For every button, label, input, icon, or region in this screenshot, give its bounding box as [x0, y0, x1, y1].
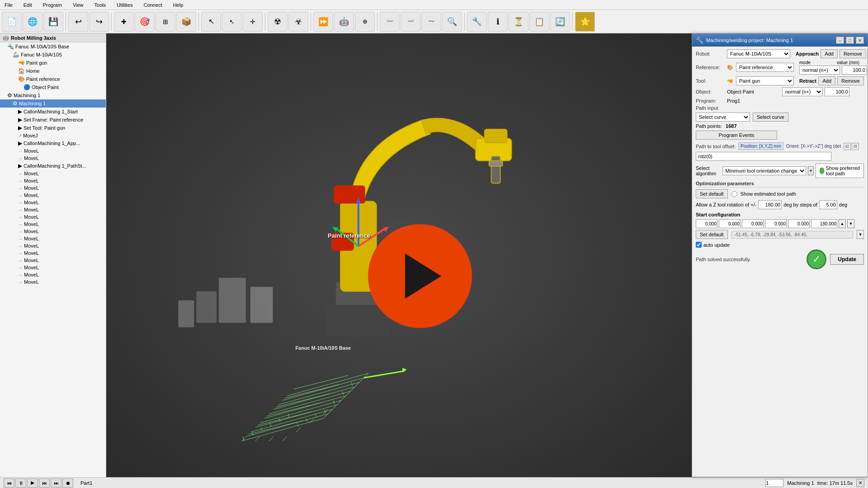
start-config-input-1[interactable] — [719, 219, 741, 228]
sidebar-item-movel9[interactable]: → MoveL — [0, 213, 106, 221]
sidebar-item-fanuc-base[interactable]: 🔩 Fanuc M-10iA/10S Base — [0, 42, 106, 51]
start-config-input-0[interactable] — [696, 219, 717, 228]
menu-tools[interactable]: Tools — [92, 1, 109, 9]
reference-select[interactable]: Paint reference — [736, 63, 794, 72]
sidebar-item-movel2[interactable]: → MoveL — [0, 155, 106, 162]
playback-record[interactable]: ⏺ — [62, 479, 73, 488]
select-curve-button[interactable]: Select curve — [753, 113, 788, 122]
tool-select[interactable]: Paint gun — [736, 76, 794, 85]
timer-button[interactable]: ⏳ — [509, 12, 528, 32]
sidebar-item-settool[interactable]: ▶ Set Tool: Paint gun — [0, 124, 106, 132]
dialog-restore-button[interactable]: □ — [846, 37, 854, 44]
sidebar-item-movel1[interactable]: → MoveL — [0, 147, 106, 155]
sidebar-item-paint-ref[interactable]: 🎨 Paint reference — [0, 75, 106, 83]
menu-view[interactable]: View — [70, 1, 86, 9]
sidebar-item-movel17[interactable]: → MoveL — [0, 271, 106, 278]
playback-to-end[interactable]: ⏭ — [51, 479, 61, 488]
radiation-button[interactable]: ☢ — [268, 12, 288, 32]
sidebar-item-movel3[interactable]: → MoveL — [0, 170, 106, 177]
redo-button[interactable]: ↪ — [89, 12, 109, 32]
playback-pause[interactable]: ⏸ — [15, 479, 26, 488]
box-button[interactable]: 📦 — [176, 12, 196, 32]
start-config-input-3[interactable] — [765, 219, 787, 228]
path3-button[interactable]: 〰 — [421, 12, 441, 32]
fastforward-button[interactable]: ⏩ — [313, 12, 333, 32]
start-config-input-4[interactable] — [788, 219, 810, 228]
algo-add-button[interactable]: + — [808, 166, 814, 175]
path1-button[interactable]: 〰 — [380, 12, 400, 32]
info-button[interactable]: ℹ — [488, 12, 508, 32]
sidebar-item-movel4[interactable]: → MoveL — [0, 177, 106, 184]
menu-program[interactable]: Program — [40, 1, 65, 9]
sync-button[interactable]: 🔄 — [550, 12, 570, 32]
sidebar-item-movel16[interactable]: → MoveL — [0, 264, 106, 271]
statusbar-close-button[interactable]: ✕ — [856, 479, 864, 487]
target-button[interactable]: 🎯 — [135, 12, 155, 32]
retract-remove-button[interactable]: Remove — [837, 76, 864, 85]
sidebar-item-callmach-pathst[interactable]: ▶ CallonMachining 1_PathSt... — [0, 162, 106, 170]
sidebar-item-movel10[interactable]: → MoveL — [0, 221, 106, 228]
sidebar-item-movel7[interactable]: → MoveL — [0, 199, 106, 206]
start-config-input-2[interactable] — [742, 219, 764, 228]
start-config-down-button[interactable]: ▼ — [847, 219, 854, 228]
playback-play[interactable]: ▶ — [27, 479, 38, 488]
sidebar-item-movel8[interactable]: → MoveL — [0, 206, 106, 213]
wrench-button[interactable]: 🔧 — [467, 12, 487, 32]
zoom-button[interactable]: 🔍 — [442, 12, 462, 32]
show-estimated-tool-row[interactable]: Show estimated tool path — [731, 191, 797, 197]
star-button[interactable]: ⭐ — [575, 12, 595, 32]
playback-to-start[interactable]: ⏮ — [4, 479, 14, 488]
undo-button[interactable]: ↩ — [68, 12, 88, 32]
menu-help[interactable]: Help — [170, 1, 186, 9]
save-button[interactable]: 💾 — [43, 12, 63, 32]
new-button[interactable]: 📄 — [2, 12, 22, 32]
approach-value-input[interactable] — [842, 66, 867, 75]
approach-remove-button[interactable]: Remove — [840, 49, 866, 58]
approach-add-button[interactable]: Add — [821, 49, 838, 58]
retract-value-input[interactable] — [825, 87, 849, 96]
sidebar-item-movel12[interactable]: → MoveL — [0, 235, 106, 242]
add-robot-button[interactable]: ⊕ — [355, 12, 375, 32]
fit-button[interactable]: ⊞ — [156, 12, 175, 32]
sidebar-item-movel5[interactable]: → MoveL — [0, 184, 106, 192]
program-events-button[interactable]: Program Events — [696, 131, 777, 140]
sidebar-item-machining1[interactable]: ⚙ Machining 1 — [0, 99, 106, 108]
sidebar-item-movel11[interactable]: → MoveL — [0, 228, 106, 235]
page-number-input[interactable] — [765, 479, 783, 487]
select-button[interactable]: ↖ — [201, 12, 221, 32]
algo-select[interactable]: Minimum tool orientation change — [722, 166, 806, 175]
radiation2-button[interactable]: ☣ — [288, 12, 308, 32]
start-config-up-button[interactable]: ▲ — [839, 219, 846, 228]
start-config-preset-dropdown[interactable]: ▼ — [857, 230, 864, 239]
start-config-input-5[interactable] — [811, 219, 837, 228]
viewport[interactable]: Fanuc M-10iA/10S Base Paint reference — [106, 33, 692, 477]
update-button[interactable]: Update — [830, 254, 864, 265]
sidebar-item-movel15[interactable]: → MoveL — [0, 257, 106, 264]
menu-file[interactable]: File — [2, 1, 15, 9]
sidebar-item-paint-gun[interactable]: 🔫 Paint gun — [0, 59, 106, 67]
add-point-button[interactable]: ✚ — [114, 12, 134, 32]
menu-connect[interactable]: Connect — [141, 1, 165, 9]
deg-steps-input[interactable] — [819, 200, 837, 209]
open-button[interactable]: 🌐 — [23, 12, 42, 32]
robot-select[interactable]: Fanuc M-10iA/10S — [727, 49, 790, 58]
list-button[interactable]: 📋 — [529, 12, 549, 32]
orient-icon1[interactable]: ◱ — [844, 143, 851, 150]
orient-icon2[interactable]: ◳ — [852, 143, 859, 150]
sidebar-item-machining1-group[interactable]: ⚙ Machining 1 — [0, 91, 106, 99]
retract-mode-select[interactable]: normal (n+) — [782, 87, 823, 96]
dialog-minimize-button[interactable]: – — [836, 37, 844, 44]
robot-button[interactable]: 🤖 — [334, 12, 354, 32]
dialog-close-button[interactable]: ✕ — [856, 37, 864, 44]
set-default2-button[interactable]: Set default — [696, 230, 728, 239]
sidebar-item-object-paint[interactable]: 🔵 Object Paint — [0, 83, 106, 91]
playback-step-fwd[interactable]: ⏭ — [39, 479, 50, 488]
sidebar-item-callmach-app[interactable]: ▶ CallonMachining 1_App... — [0, 139, 106, 147]
approach-mode-select[interactable]: normal (n+) — [799, 66, 840, 75]
menu-edit[interactable]: Edit — [21, 1, 35, 9]
retract-add-button[interactable]: Add — [818, 76, 835, 85]
show-preferred-tool-button[interactable]: Show preferred tool path — [816, 164, 864, 178]
move-button[interactable]: ✛ — [243, 12, 263, 32]
path-offset-input[interactable] — [696, 152, 831, 161]
sidebar-item-movel18[interactable]: → MoveL — [0, 278, 106, 286]
